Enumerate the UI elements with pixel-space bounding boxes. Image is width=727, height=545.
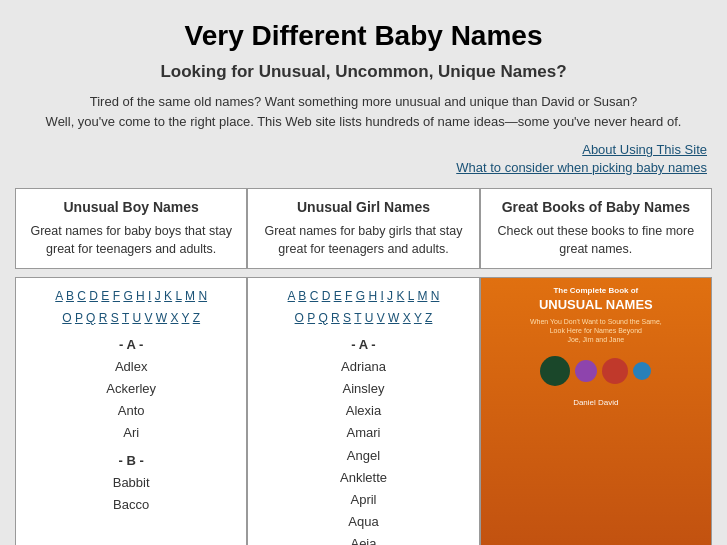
- picking-link[interactable]: What to consider when picking baby names: [15, 160, 707, 175]
- boy-alpha-B[interactable]: B: [66, 289, 74, 303]
- girl-alpha-Y[interactable]: Y: [414, 311, 422, 325]
- girl-alpha-O[interactable]: O: [295, 311, 304, 325]
- boy-alpha-V[interactable]: V: [144, 311, 152, 325]
- book-circles: [540, 356, 651, 386]
- girl-alpha-U[interactable]: U: [365, 311, 374, 325]
- boy-alpha-O[interactable]: O: [62, 311, 71, 325]
- girl-names-desc: Great names for baby girls that stay gre…: [258, 223, 468, 258]
- girl-alpha-G[interactable]: G: [356, 289, 365, 303]
- links-area: About Using This Site What to consider w…: [15, 136, 712, 180]
- girl-alpha-T[interactable]: T: [354, 311, 361, 325]
- boy-alpha-L[interactable]: L: [175, 289, 181, 303]
- girl-alpha-H[interactable]: H: [368, 289, 377, 303]
- boy-alpha-W[interactable]: W: [156, 311, 167, 325]
- girl-alpha-X[interactable]: X: [403, 311, 411, 325]
- boy-alpha-G[interactable]: G: [123, 289, 132, 303]
- girl-alpha-K[interactable]: K: [396, 289, 404, 303]
- girl-alpha-R[interactable]: R: [331, 311, 340, 325]
- girl-alpha-E[interactable]: E: [334, 289, 342, 303]
- girl-alpha-C[interactable]: C: [310, 289, 319, 303]
- girl-alpha-P[interactable]: P: [307, 311, 315, 325]
- girl-alpha-links: A B C D E F G H I J K L M N O P Q R S T …: [254, 286, 472, 329]
- girl-section-a: - A -: [254, 337, 472, 352]
- boy-alpha-S[interactable]: S: [111, 311, 119, 325]
- girl-name-anklette: Anklette: [254, 467, 472, 489]
- girl-name-aqua: Aqua: [254, 511, 472, 533]
- girl-name-adriana: Adriana: [254, 356, 472, 378]
- book-cover-subtitle: When You Don't Want to Sound the Same,Lo…: [530, 317, 662, 344]
- boy-alpha-links: A B C D E F G H I J K L M N O P Q R S T …: [22, 286, 240, 329]
- girl-name-amari: Amari: [254, 422, 472, 444]
- boy-alpha-D[interactable]: D: [89, 289, 98, 303]
- boy-alpha-E[interactable]: E: [101, 289, 109, 303]
- circle-blue: [633, 362, 651, 380]
- girl-names-title: Unusual Girl Names: [258, 199, 468, 215]
- content-grid: A B C D E F G H I J K L M N O P Q R S T …: [15, 277, 712, 545]
- girl-alpha-Q[interactable]: Q: [318, 311, 327, 325]
- header-grid: Unusual Boy Names Great names for baby b…: [15, 188, 712, 269]
- girl-name-aeia: Aeia: [254, 533, 472, 545]
- books-desc: Check out these books to fine more great…: [491, 223, 701, 258]
- boy-section-a: - A -: [22, 337, 240, 352]
- boy-alpha-I[interactable]: I: [148, 289, 151, 303]
- girl-name-ainsley: Ainsley: [254, 378, 472, 400]
- boy-alpha-Q[interactable]: Q: [86, 311, 95, 325]
- page-title: Very Different Baby Names: [15, 10, 712, 57]
- book-author: Daniel David: [573, 398, 618, 407]
- intro-text: Tired of the same old names? Want someth…: [15, 87, 712, 136]
- boy-alpha-C[interactable]: C: [77, 289, 86, 303]
- boy-alpha-X[interactable]: X: [170, 311, 178, 325]
- boy-name-ackerley: Ackerley: [22, 378, 240, 400]
- boy-alpha-H[interactable]: H: [136, 289, 145, 303]
- boy-name-anto: Anto: [22, 400, 240, 422]
- girl-name-angel: Angel: [254, 445, 472, 467]
- boy-alpha-T[interactable]: T: [122, 311, 129, 325]
- girl-alpha-I[interactable]: I: [380, 289, 383, 303]
- about-link[interactable]: About Using This Site: [15, 142, 707, 157]
- book-cover-title1: The Complete Book of: [553, 286, 638, 295]
- boy-names-title: Unusual Boy Names: [26, 199, 236, 215]
- boy-alpha-R[interactable]: R: [99, 311, 108, 325]
- boy-name-ari: Ari: [22, 422, 240, 444]
- boy-alpha-Y[interactable]: Y: [182, 311, 190, 325]
- girl-name-april: April: [254, 489, 472, 511]
- boy-names-desc: Great names for baby boys that stay grea…: [26, 223, 236, 258]
- girl-alpha-A[interactable]: A: [288, 289, 295, 303]
- boy-alpha-N[interactable]: N: [198, 289, 207, 303]
- girl-alpha-S[interactable]: S: [343, 311, 351, 325]
- books-header: Great Books of Baby Names Check out thes…: [480, 188, 712, 269]
- boy-names-list: A B C D E F G H I J K L M N O P Q R S T …: [15, 277, 247, 545]
- boy-alpha-A[interactable]: A: [55, 289, 62, 303]
- boy-alpha-M[interactable]: M: [185, 289, 195, 303]
- page-wrapper: Very Different Baby Names Looking for Un…: [0, 0, 727, 545]
- circle-red: [602, 358, 628, 384]
- boy-names-header: Unusual Boy Names Great names for baby b…: [15, 188, 247, 269]
- girl-alpha-J[interactable]: J: [387, 289, 393, 303]
- girl-alpha-N[interactable]: N: [431, 289, 440, 303]
- boy-section-b: - B -: [22, 453, 240, 468]
- page-subtitle: Looking for Unusual, Uncommon, Unique Na…: [15, 57, 712, 87]
- boy-name-babbit: Babbit: [22, 472, 240, 494]
- girl-alpha-L[interactable]: L: [408, 289, 414, 303]
- girl-names-header: Unusual Girl Names Great names for baby …: [247, 188, 479, 269]
- circle-dark-green: [540, 356, 570, 386]
- book-cover: The Complete Book of UNUSUAL NAMES When …: [481, 278, 711, 545]
- books-title: Great Books of Baby Names: [491, 199, 701, 215]
- boy-alpha-P[interactable]: P: [75, 311, 83, 325]
- boy-alpha-J[interactable]: J: [155, 289, 161, 303]
- book-cover-title2: UNUSUAL NAMES: [539, 297, 653, 313]
- circle-purple: [575, 360, 597, 382]
- girl-alpha-D[interactable]: D: [322, 289, 331, 303]
- girl-alpha-M[interactable]: M: [417, 289, 427, 303]
- boy-alpha-K[interactable]: K: [164, 289, 172, 303]
- girl-alpha-B[interactable]: B: [298, 289, 306, 303]
- boy-alpha-F[interactable]: F: [113, 289, 120, 303]
- girl-alpha-W[interactable]: W: [388, 311, 399, 325]
- girl-alpha-F[interactable]: F: [345, 289, 352, 303]
- girl-alpha-Z[interactable]: Z: [425, 311, 432, 325]
- boy-name-bacco: Bacco: [22, 494, 240, 516]
- boy-alpha-U[interactable]: U: [132, 311, 141, 325]
- girl-alpha-V[interactable]: V: [377, 311, 385, 325]
- books-content: The Complete Book of UNUSUAL NAMES When …: [480, 277, 712, 545]
- boy-alpha-Z[interactable]: Z: [193, 311, 200, 325]
